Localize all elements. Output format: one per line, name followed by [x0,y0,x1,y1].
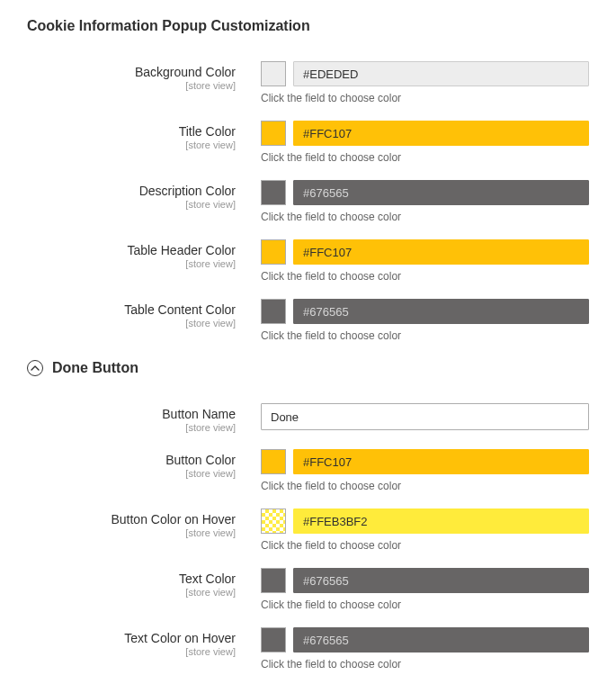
hint-text-color-hover: Click the field to choose color [261,658,589,670]
swatch-title-color[interactable] [261,121,286,146]
scope-button-name: [store view] [27,422,236,433]
label-table-header-color: Table Header Color [27,243,236,257]
swatch-button-color-hover[interactable] [261,508,286,534]
hint-background-color: Click the field to choose color [261,92,589,104]
label-background-color: Background Color [27,65,236,79]
field-text-color-hover: Text Color on Hover [store view] Click t… [27,627,589,670]
swatch-text-color[interactable] [261,568,286,593]
scope-text-color-hover: [store view] [27,646,236,657]
field-button-color: Button Color [store view] Click the fiel… [27,449,589,492]
label-description-color: Description Color [27,184,236,198]
input-button-name[interactable] [261,403,589,430]
field-description-color: Description Color [store view] Click the… [27,180,589,223]
swatch-description-color[interactable] [261,180,286,205]
swatch-background-color[interactable] [261,61,286,86]
field-table-header-color: Table Header Color [store view] Click th… [27,239,589,283]
input-button-color[interactable] [293,449,589,474]
field-text-color: Text Color [store view] Click the field … [27,568,589,611]
scope-title-color: [store view] [27,140,236,150]
field-button-name: Button Name [store view] [27,403,589,433]
scope-button-color-hover: [store view] [27,527,236,538]
fieldset-done-button: Done Button [27,360,589,376]
label-text-color-hover: Text Color on Hover [27,631,236,645]
hint-title-color: Click the field to choose color [261,151,589,164]
swatch-table-content-color[interactable] [261,299,286,324]
swatch-table-header-color[interactable] [261,239,286,265]
input-text-color-hover[interactable] [293,627,589,652]
hint-button-color-hover: Click the field to choose color [261,539,589,552]
label-button-name: Button Name [27,407,236,421]
scope-background-color: [store view] [27,80,236,91]
hint-table-header-color: Click the field to choose color [261,270,589,283]
input-button-color-hover[interactable] [293,508,589,534]
input-background-color[interactable] [293,61,589,86]
label-table-content-color: Table Content Color [27,302,236,317]
input-text-color[interactable] [293,568,589,593]
chevron-up-icon[interactable] [27,360,43,376]
scope-table-content-color: [store view] [27,318,236,328]
field-table-content-color: Table Content Color [store view] Click t… [27,299,589,342]
input-table-content-color[interactable] [293,299,589,324]
label-title-color: Title Color [27,124,236,139]
swatch-text-color-hover[interactable] [261,627,286,652]
input-table-header-color[interactable] [293,239,589,265]
label-button-color: Button Color [27,453,236,467]
scope-table-header-color: [store view] [27,258,236,269]
hint-table-content-color: Click the field to choose color [261,329,589,342]
input-description-color[interactable] [293,180,589,205]
field-background-color: Background Color [store view] Click the … [27,61,589,104]
hint-button-color: Click the field to choose color [261,480,589,492]
input-title-color[interactable] [293,121,589,146]
label-button-color-hover: Button Color on Hover [27,512,236,526]
scope-button-color: [store view] [27,468,236,479]
field-title-color: Title Color [store view] Click the field… [27,121,589,164]
section-title-cookie-popup-customization: Cookie Information Popup Customization [27,18,589,34]
hint-text-color: Click the field to choose color [261,598,589,611]
field-button-color-hover: Button Color on Hover [store view] Click… [27,508,589,552]
fieldset-title-done-button[interactable]: Done Button [52,360,138,376]
scope-description-color: [store view] [27,199,236,210]
swatch-button-color[interactable] [261,449,286,474]
scope-text-color: [store view] [27,587,236,598]
label-text-color: Text Color [27,572,236,586]
hint-description-color: Click the field to choose color [261,211,589,223]
